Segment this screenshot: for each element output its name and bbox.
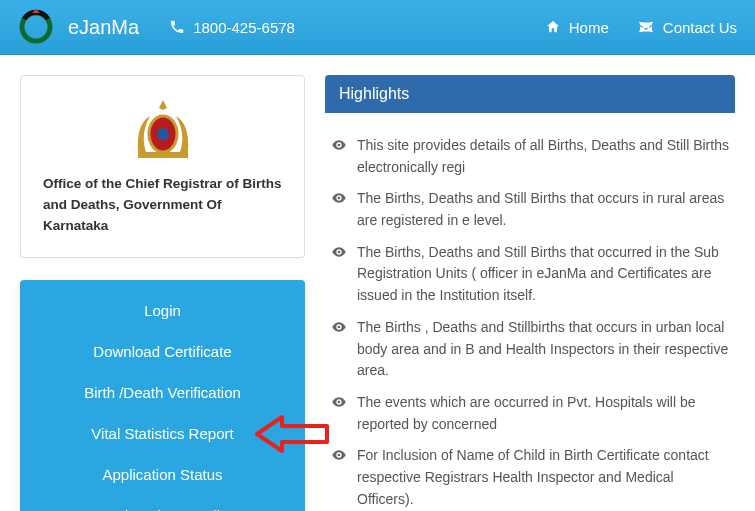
eye-icon — [331, 447, 347, 463]
topbar: eJanMa 1800-425-6578 Home Contact Us — [0, 0, 755, 55]
highlight-text: For Inclusion of Name of Child in Birth … — [357, 445, 729, 510]
right-column: Highlights This site provides details of… — [325, 75, 735, 511]
eye-icon — [331, 137, 347, 153]
contact-icon — [637, 20, 655, 34]
highlight-text: The Births, Deaths and Still Births that… — [357, 242, 729, 307]
nav-contact[interactable]: Contact Us — [637, 19, 737, 36]
eye-icon — [331, 394, 347, 410]
nav-contact-label: Contact Us — [663, 19, 737, 36]
highlight-item: The events which are occurred in Pvt. Ho… — [331, 392, 729, 435]
brand-title[interactable]: eJanMa — [68, 16, 139, 39]
sidenav-vital-statistics-report[interactable]: Vital Statistics Report — [20, 413, 305, 454]
phone-number: 1800-425-6578 — [193, 19, 295, 36]
svg-rect-3 — [138, 152, 188, 158]
home-icon — [545, 19, 561, 35]
highlight-text: The Births, Deaths and Still Births that… — [357, 188, 729, 231]
page-body: Office of the Chief Registrar of Births … — [0, 55, 755, 511]
highlights-list: This site provides details of all Births… — [325, 121, 735, 511]
eye-icon — [331, 319, 347, 335]
highlight-item: This site provides details of all Births… — [331, 135, 729, 178]
state-emblem — [37, 94, 288, 164]
highlights-header: Highlights — [325, 75, 735, 113]
nav-home-label: Home — [569, 19, 609, 36]
office-card: Office of the Chief Registrar of Births … — [20, 75, 305, 258]
office-title: Office of the Chief Registrar of Births … — [37, 174, 288, 237]
side-nav: Login Download Certificate Birth /Death … — [20, 280, 305, 511]
sidenav-registration-details[interactable]: Registration Details — [20, 495, 305, 511]
highlight-item: The Births, Deaths and Still Births that… — [331, 242, 729, 307]
highlight-item: The Births, Deaths and Still Births that… — [331, 188, 729, 231]
eye-icon — [331, 190, 347, 206]
nav-home[interactable]: Home — [545, 19, 609, 36]
left-column: Office of the Chief Registrar of Births … — [20, 75, 305, 511]
topnav: Home Contact Us — [545, 19, 737, 36]
phone-icon — [169, 19, 185, 35]
highlight-text: The events which are occurred in Pvt. Ho… — [357, 392, 729, 435]
site-logo — [18, 9, 54, 45]
sidenav-download-certificate[interactable]: Download Certificate — [20, 331, 305, 372]
highlight-item: The Births , Deaths and Stillbirths that… — [331, 317, 729, 382]
phone-section: 1800-425-6578 — [169, 19, 295, 36]
sidenav-login[interactable]: Login — [20, 290, 305, 331]
sidenav-application-status[interactable]: Application Status — [20, 454, 305, 495]
eye-icon — [331, 244, 347, 260]
highlight-text: The Births , Deaths and Stillbirths that… — [357, 317, 729, 382]
sidenav-birth-death-verification[interactable]: Birth /Death Verification — [20, 372, 305, 413]
svg-point-2 — [157, 128, 169, 140]
highlight-text: This site provides details of all Births… — [357, 135, 729, 178]
highlight-item: For Inclusion of Name of Child in Birth … — [331, 445, 729, 510]
